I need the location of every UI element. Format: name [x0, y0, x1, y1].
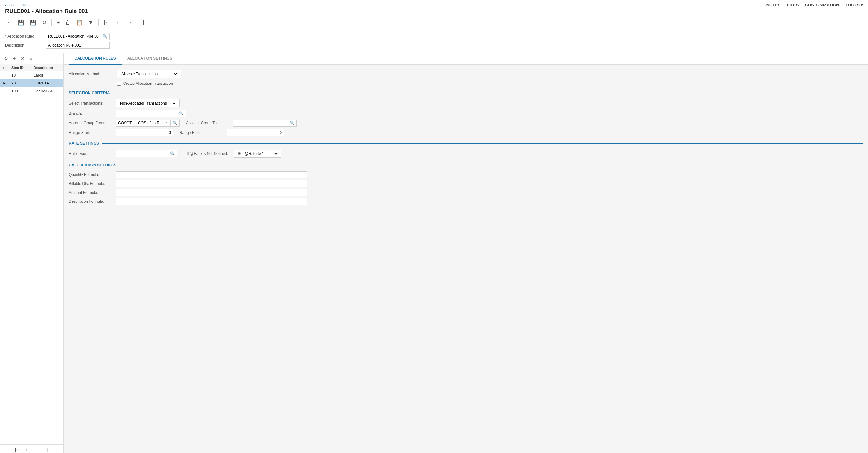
branch-search-btn[interactable]: 🔍 [177, 110, 186, 117]
first-button[interactable]: |← [102, 19, 112, 27]
rate-settings-title: RATE SETTINGS [69, 141, 99, 146]
account-group-from-search-btn[interactable]: 🔍 [170, 120, 179, 126]
row-description: CHREXP [31, 79, 63, 87]
next-button[interactable]: → [125, 19, 134, 27]
if-rate-select-wrap[interactable]: Set @Rate to 1 [234, 149, 281, 158]
description-input[interactable] [48, 43, 107, 48]
calculation-settings-line [119, 165, 863, 166]
tools-nav[interactable]: TOOLS ▾ [845, 3, 863, 7]
row-expand-cell [0, 72, 9, 79]
description-input-wrap [46, 42, 110, 49]
quantity-formula-input[interactable] [116, 171, 307, 178]
allocation-rule-search-icon[interactable]: 🔍 [102, 34, 107, 38]
sidebar-prev-btn[interactable]: ← [24, 447, 31, 453]
sidebar-row[interactable]: 10 Labor [0, 72, 63, 79]
amount-formula-row: Amount Formula: [69, 189, 863, 196]
range-end-input[interactable] [227, 130, 284, 136]
branch-input-wrap: 🔍 [116, 110, 186, 117]
row-expand-cell: ► [0, 79, 9, 87]
sidebar-row[interactable]: ► 20 CHREXP [0, 79, 63, 87]
description-formula-label: Description Formula: [69, 199, 113, 204]
customization-nav[interactable]: CUSTOMIZATION [805, 3, 839, 7]
quantity-formula-label: Quantity Formula: [69, 172, 113, 177]
allocation-rule-input[interactable] [48, 34, 101, 38]
allocation-method-label: Allocation Method: [69, 72, 113, 76]
selection-criteria-header: SELECTION CRITERIA [69, 91, 863, 95]
sidebar-toolbar: ↻ + ✕ » [0, 53, 63, 64]
delete-button[interactable]: 🗑 [63, 19, 72, 27]
selection-criteria-title: SELECTION CRITERIA [69, 91, 110, 95]
breadcrumb[interactable]: Allocation Rules [5, 3, 32, 7]
sidebar-delete-btn[interactable]: ✕ [19, 55, 26, 62]
calc-fields: Quantity Formula: Billable Qty. Formula:… [69, 171, 863, 205]
allocation-rule-input-wrap: 🔍 [46, 33, 110, 40]
sidebar-table: ↕ Step ID Description 10 Labor ► 20 CHRE… [0, 64, 63, 95]
allocation-method-row: Allocation Method: Allocate Transactions [69, 70, 863, 78]
notes-nav[interactable]: NOTES [767, 3, 781, 7]
sort-icon-col: ↕ [0, 64, 9, 72]
branch-input[interactable] [116, 110, 177, 117]
tools-dropdown-icon: ▾ [861, 3, 863, 7]
account-group-from-input[interactable] [116, 120, 170, 126]
billable-qty-input-wrap [116, 180, 307, 187]
sidebar-add-btn[interactable]: + [11, 55, 17, 62]
rate-settings-line [101, 143, 863, 144]
select-transactions-label: Select Transactions: [69, 101, 113, 106]
sidebar-pagination: |← ← → →| [0, 444, 63, 453]
add-button[interactable]: + [55, 19, 61, 27]
description-col-header: Description [31, 64, 63, 72]
allocation-method-select-wrap[interactable]: Allocate Transactions [117, 70, 181, 78]
create-allocation-label: Create Allocation Transaction [123, 81, 173, 86]
tab-calculation-rules[interactable]: CALCULATION RULES [69, 53, 122, 65]
range-start-label: Range Start: [69, 131, 113, 135]
account-group-to-wrap: 🔍 [233, 119, 297, 126]
sidebar-last-btn[interactable]: →| [42, 447, 50, 453]
allocation-method-select[interactable]: Allocate Transactions [120, 72, 178, 77]
create-allocation-row: Create Allocation Transaction [117, 81, 863, 86]
sidebar-table-wrap: ↕ Step ID Description 10 Labor ► 20 CHRE… [0, 64, 63, 444]
select-transactions-select-wrap[interactable]: Non-Allocated Transactions [116, 99, 180, 108]
account-group-to-search-btn[interactable]: 🔍 [287, 120, 297, 126]
last-button[interactable]: →| [136, 19, 146, 27]
sidebar-more-btn[interactable]: » [28, 55, 34, 62]
save-button[interactable]: 💾 [28, 18, 38, 27]
billable-qty-label: Billable Qty. Formula: [69, 181, 113, 186]
selection-criteria-line [113, 93, 863, 93]
rate-type-search-btn[interactable]: 🔍 [168, 150, 177, 157]
amount-formula-input[interactable] [116, 189, 307, 196]
select-transactions-select[interactable]: Non-Allocated Transactions [119, 101, 177, 106]
undo-button[interactable]: ↻ [40, 18, 48, 27]
account-group-to-input[interactable] [234, 120, 287, 126]
create-allocation-checkbox[interactable] [117, 82, 121, 86]
range-start-input[interactable] [116, 130, 173, 136]
row-description: Labor [31, 72, 63, 79]
prev-button[interactable]: ← [114, 19, 123, 27]
rate-settings-header: RATE SETTINGS [69, 141, 863, 146]
if-rate-select[interactable]: Set @Rate to 1 [237, 151, 279, 156]
calculation-settings-title: CALCULATION SETTINGS [69, 163, 116, 167]
sidebar-refresh-btn[interactable]: ↻ [3, 55, 9, 62]
sidebar-row[interactable]: 100 Unbilled AR [0, 87, 63, 95]
range-start-row: Range Start: [69, 129, 173, 136]
step-id-col-header: Step ID [9, 64, 31, 72]
sidebar-table-header: ↕ Step ID Description [0, 64, 63, 72]
back-button[interactable]: ← [5, 19, 14, 27]
tab-allocation-settings[interactable]: ALLOCATION SETTINGS [122, 53, 178, 65]
description-formula-input[interactable] [116, 198, 307, 205]
billable-qty-input[interactable] [116, 180, 307, 187]
right-content: CALCULATION RULES ALLOCATION SETTINGS Al… [64, 53, 868, 453]
header-left: Allocation Rules RULE001 - Allocation Ru… [5, 3, 88, 15]
sidebar-first-btn[interactable]: |← [14, 447, 22, 453]
range-row: Range Start: Range End: [69, 129, 863, 136]
sidebar-next-btn[interactable]: → [33, 447, 40, 453]
files-nav[interactable]: FILES [787, 3, 799, 7]
top-nav-right: NOTES FILES CUSTOMIZATION TOOLS ▾ [767, 3, 863, 7]
copy-dropdown-button[interactable]: ▼ [86, 19, 95, 27]
main-layout: ↻ + ✕ » ↕ Step ID Description 10 Labor ► [0, 53, 868, 453]
account-group-from-row: Account Group From: 🔍 [69, 119, 180, 126]
account-group-row: Account Group From: 🔍 Account Group To: … [69, 119, 863, 126]
rate-type-input[interactable] [116, 150, 168, 157]
save-draft-button[interactable]: 💾 [16, 18, 26, 27]
copy-button[interactable]: 📋 [74, 18, 84, 27]
row-step-id: 10 [9, 72, 31, 79]
